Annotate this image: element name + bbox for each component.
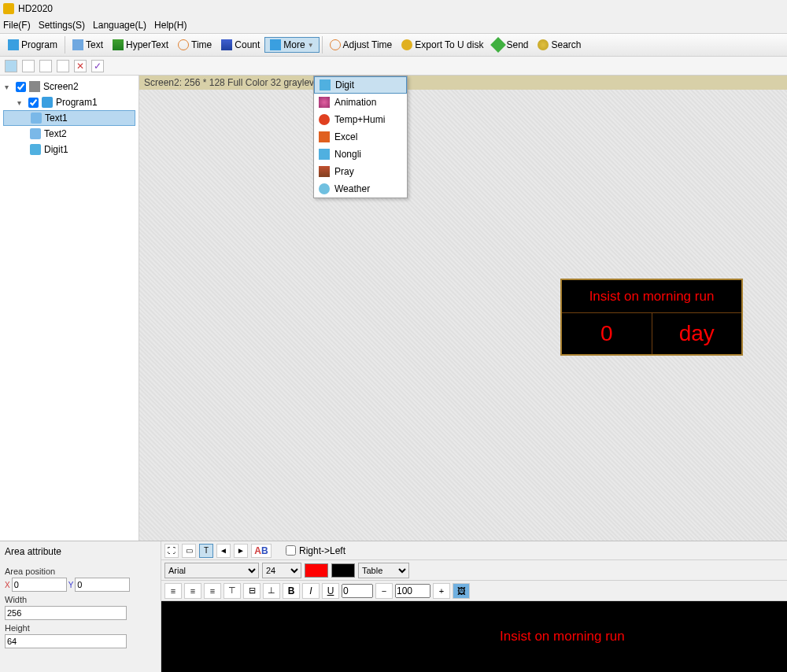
chevron-down-icon: ▼ — [308, 42, 314, 49]
align-left-icon[interactable]: ≡ — [164, 583, 182, 599]
adjust-time-button[interactable]: Adjust Time — [325, 38, 397, 52]
dropdown-temphumi[interactable]: Temp+Humi — [314, 111, 407, 128]
align-center-icon[interactable]: ≡ — [184, 583, 201, 599]
menu-language[interactable]: Language(L) — [93, 20, 146, 31]
text-button[interactable]: Text — [68, 38, 108, 52]
valign-bottom-icon[interactable]: ⊥ — [263, 583, 280, 599]
spacing-input[interactable] — [342, 584, 373, 598]
hypertext-button[interactable]: HyperText — [108, 38, 173, 52]
tool-check-icon[interactable]: ✓ — [91, 60, 104, 72]
program-button[interactable]: Program — [3, 38, 62, 52]
tree-text2-node[interactable]: Text2 — [3, 126, 135, 142]
height-label: Height — [5, 620, 156, 634]
align-right-icon[interactable]: ≡ — [204, 583, 221, 599]
send-button[interactable]: Send — [488, 38, 533, 52]
width-label: Width — [5, 592, 156, 606]
font-select[interactable]: Arial — [164, 563, 259, 578]
bold-icon[interactable]: B — [283, 583, 300, 599]
weather-icon — [319, 183, 330, 194]
x-input[interactable] — [12, 578, 67, 592]
program-icon — [42, 97, 53, 108]
text-icon — [72, 39, 83, 50]
nav-right-icon[interactable]: ► — [234, 544, 248, 558]
zoom-in-icon[interactable]: + — [433, 583, 450, 599]
clock-icon — [330, 39, 341, 50]
hourglass-icon — [221, 39, 232, 50]
count-button[interactable]: Count — [216, 38, 264, 52]
zoom-input[interactable] — [395, 584, 430, 598]
nongli-icon — [319, 149, 330, 160]
app-title: HD2020 — [18, 3, 53, 14]
width-input[interactable] — [5, 606, 127, 620]
attribute-panel: Area attribute Area position X Y Width H… — [0, 541, 161, 672]
secondary-toolbar: ✕ ✓ — [0, 57, 787, 76]
text-tool-icon[interactable]: T — [199, 544, 213, 558]
preview-text: Insist on morning run — [500, 629, 625, 644]
tool-add-icon[interactable] — [5, 60, 17, 72]
export-button[interactable]: Export To U disk — [397, 38, 488, 52]
fg-color-swatch[interactable] — [305, 563, 328, 578]
screen-checkbox[interactable] — [16, 82, 26, 92]
screen-icon — [29, 81, 40, 92]
menu-help[interactable]: Help(H) — [154, 20, 187, 31]
pray-icon — [319, 166, 330, 177]
text-icon — [31, 113, 42, 124]
search-button[interactable]: Search — [533, 38, 586, 52]
dropdown-digit[interactable]: Digit — [314, 76, 407, 94]
image-icon[interactable]: 🖼 — [453, 583, 470, 599]
panel-number: 0 — [562, 313, 652, 354]
height-input[interactable] — [5, 634, 127, 648]
tree-digit1-node[interactable]: Digit1 — [3, 142, 135, 157]
table-select[interactable]: Table — [358, 563, 409, 578]
program-icon — [8, 39, 19, 50]
excel-icon — [319, 131, 330, 142]
text-preview[interactable]: Insist on morning run — [161, 601, 787, 672]
dropdown-excel[interactable]: Excel — [314, 128, 407, 146]
rtl-checkbox[interactable] — [286, 545, 296, 556]
y-input[interactable] — [75, 578, 130, 592]
wifi-icon — [538, 39, 549, 50]
tree-text1-node[interactable]: Text1 — [3, 110, 135, 126]
dropdown-nongli[interactable]: Nongli — [314, 146, 407, 163]
more-button[interactable]: More▼ — [264, 37, 319, 53]
italic-icon[interactable]: I — [302, 583, 320, 599]
dropdown-weather[interactable]: Weather — [314, 180, 407, 198]
tool-down-icon[interactable] — [57, 60, 69, 72]
preview-panel[interactable]: Insist on morning run 0 day — [560, 279, 743, 356]
dropdown-pray[interactable]: Pray — [314, 163, 407, 180]
tool-delete-icon[interactable]: ✕ — [74, 60, 87, 72]
zoom-out-icon[interactable]: − — [375, 583, 393, 599]
valign-middle-icon[interactable]: ⊟ — [243, 583, 260, 599]
rect-icon[interactable]: ▭ — [182, 544, 196, 558]
editor-toolbar-3: ≡ ≡ ≡ ⊤ ⊟ ⊥ B I U − + 🖼 — [161, 581, 787, 601]
bottom-area: Area attribute Area position X Y Width H… — [0, 541, 787, 672]
panel-unit: day — [652, 313, 742, 354]
bg-color-swatch[interactable] — [331, 563, 355, 578]
dropdown-animation[interactable]: Animation — [314, 94, 407, 111]
tree-screen-node[interactable]: ▾ Screen2 — [3, 79, 135, 94]
ab-icon[interactable]: AB — [251, 544, 272, 558]
more-icon — [270, 39, 281, 50]
program-checkbox[interactable] — [28, 98, 39, 108]
more-dropdown: Digit Animation Temp+Humi Excel Nongli P… — [313, 76, 408, 198]
editor-toolbar-2: Arial 24 Table — [161, 560, 787, 581]
titlebar: HD2020 — [0, 0, 787, 17]
app-icon — [3, 3, 14, 14]
nav-left-icon[interactable]: ◄ — [216, 544, 231, 558]
animation-icon — [319, 97, 330, 108]
caret-icon: ▾ — [5, 83, 13, 91]
area-position-label: Area position — [5, 563, 156, 578]
menu-settings[interactable]: Settings(S) — [39, 20, 85, 31]
tool-up-icon[interactable] — [39, 60, 52, 72]
underline-icon[interactable]: U — [322, 583, 339, 599]
size-select[interactable]: 24 — [262, 563, 301, 578]
time-button[interactable]: Time — [173, 38, 216, 52]
info-strip: Screen2: 256 * 128 Full Color 32 graylev… — [139, 76, 787, 90]
valign-top-icon[interactable]: ⊤ — [224, 583, 241, 599]
menu-file[interactable]: File(F) — [3, 20, 31, 31]
rtl-label: Right->Left — [299, 545, 345, 556]
tree-program-node[interactable]: ▾ Program1 — [3, 94, 135, 110]
canvas-area[interactable]: Screen2: 256 * 128 Full Color 32 graylev… — [139, 76, 787, 541]
expand-icon[interactable]: ⛶ — [164, 544, 179, 558]
tool-copy-icon[interactable] — [22, 60, 35, 72]
